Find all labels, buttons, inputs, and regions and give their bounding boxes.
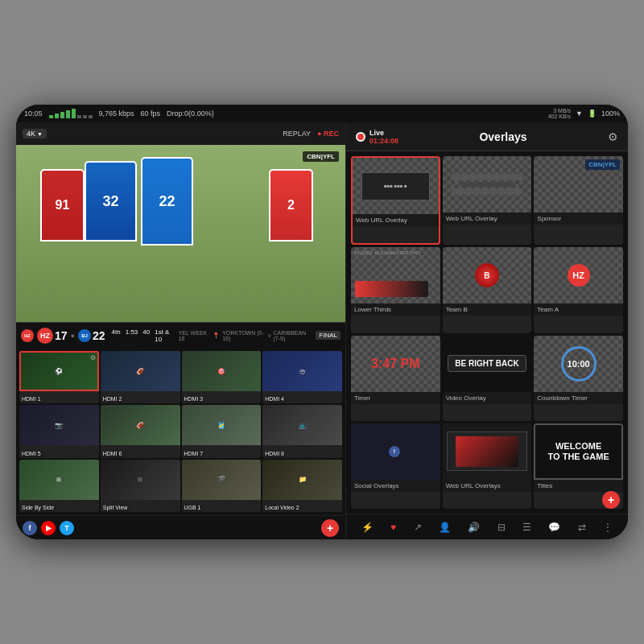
gear-icon[interactable]: ⚙ bbox=[608, 130, 618, 143]
overlay-team-b[interactable]: B Team B bbox=[443, 247, 532, 332]
sbs-label: Side By Side bbox=[22, 505, 54, 510]
hdmi1-thumb: ⚽ ⚙ bbox=[19, 351, 99, 391]
team2-logo: BJ bbox=[78, 329, 91, 342]
overlay-thumb-7: 3:47 PM bbox=[351, 336, 440, 392]
source-hdmi3[interactable]: 🎯 HDMI 3 bbox=[182, 351, 262, 403]
final-badge: FINAL bbox=[316, 331, 341, 340]
video-toolbar: 4K ▼ REPLAY ● REC bbox=[16, 122, 345, 145]
overlay-thumb-6: HZ bbox=[534, 247, 623, 303]
sbs-thumb: ⊞ bbox=[19, 460, 99, 500]
bar3 bbox=[60, 112, 64, 118]
bar2 bbox=[55, 114, 59, 118]
splitview-label: Split View bbox=[103, 505, 128, 510]
drop-label: Drop:0(0.00%) bbox=[167, 109, 214, 118]
lower-thirds-content bbox=[355, 281, 436, 297]
source-split-view[interactable]: ⊟ Split View bbox=[101, 460, 180, 512]
web-url-content: ■■■ ■■■ ■ bbox=[353, 158, 439, 214]
nav-audio[interactable]: 🔊 bbox=[464, 518, 483, 536]
overlays-grid: ■■■ ■■■ ■ Web URL Overlay bbox=[346, 151, 628, 514]
nav-sources[interactable]: ⚡ bbox=[358, 518, 377, 536]
add-overlay-button[interactable]: + bbox=[602, 491, 620, 509]
score-line-2 bbox=[460, 182, 514, 187]
overlay-thumb-5: B bbox=[443, 247, 532, 303]
overlays-header: Live 01:24:08 Overlays ⚙ bbox=[346, 122, 628, 151]
overlay-label-9: Countdown Timer bbox=[534, 392, 623, 404]
overlay-thumb-11 bbox=[443, 423, 532, 480]
source-hdmi5[interactable]: 📷 HDMI 5 bbox=[19, 405, 99, 457]
nav-chat[interactable]: 💬 bbox=[545, 518, 564, 536]
toolbar-right: REPLAY ● REC bbox=[283, 130, 339, 138]
player-32: 32 bbox=[85, 161, 137, 242]
bar1 bbox=[49, 115, 53, 118]
live-indicator: Live 01:24:08 bbox=[356, 129, 398, 145]
countdown-circle: 10:00 bbox=[561, 346, 597, 382]
team-b-logo: B bbox=[475, 263, 499, 287]
hdmi8-thumb: 📺 bbox=[262, 405, 342, 445]
team1-score: HZ bbox=[21, 329, 34, 342]
overlay-sponsor[interactable]: CBN|YFL Sponsor bbox=[534, 156, 623, 245]
hz-badge: HZ bbox=[37, 328, 53, 344]
battery-icon: 🔋 bbox=[588, 109, 597, 118]
bitrate-label: 9,765 kbps bbox=[99, 109, 134, 118]
video-placeholder: 91 32 22 2 CBN|YFL bbox=[16, 145, 345, 322]
cbn-logo: CBN|YFL bbox=[303, 151, 339, 162]
twitter-icon[interactable]: T bbox=[60, 521, 74, 535]
score-line-1 bbox=[452, 174, 523, 180]
live-timer: 01:24:08 bbox=[369, 137, 398, 145]
hdmi5-thumb: 📷 bbox=[19, 405, 99, 445]
overlay-label-5: Team B bbox=[443, 303, 532, 316]
source-hdmi7[interactable]: 🎽 HDMI 7 bbox=[182, 405, 262, 457]
signal-speed: 3 MB/s 402 KB/s bbox=[548, 108, 571, 119]
overlay-team-a[interactable]: HZ Team A bbox=[534, 247, 623, 332]
overlay-web-url-dark[interactable]: Web URL Overlays bbox=[443, 423, 532, 509]
overlay-video[interactable]: BE RIGHT BACK Video Overlay bbox=[443, 336, 532, 421]
overlay-thumb-2 bbox=[443, 156, 532, 213]
source-ugb1[interactable]: 🎬 UGB 1 bbox=[182, 460, 262, 512]
team1-logo: HZ bbox=[21, 329, 34, 342]
overlay-social[interactable]: f Social Overlays bbox=[351, 423, 440, 509]
overlay-label-2: Web URL Overlay bbox=[443, 213, 532, 225]
hdmi6-label: HDMI 6 bbox=[103, 451, 122, 456]
hdmi4-label: HDMI 4 bbox=[265, 396, 284, 402]
nav-more[interactable]: ⋮ bbox=[600, 518, 616, 536]
hdmi3-thumb: 🎯 bbox=[182, 351, 262, 391]
web-url-2-content bbox=[443, 156, 532, 213]
team2-score-container: BJ 22 bbox=[78, 329, 105, 342]
overlay-label-4: Lower Thirds bbox=[351, 303, 440, 316]
rec-button[interactable]: ● REC bbox=[317, 130, 339, 138]
bar6 bbox=[77, 115, 81, 118]
replay-button[interactable]: REPLAY bbox=[283, 130, 311, 138]
hz-team-badge: HZ bbox=[568, 264, 590, 287]
overlay-thumb-4: 54 (281): BUCHMASTER (54") bbox=[351, 247, 440, 303]
source-hdmi8[interactable]: 📺 HDMI 8 bbox=[262, 405, 342, 457]
source-hdmi1[interactable]: ⚽ ⚙ HDMI 1 bbox=[19, 351, 99, 403]
overlay-countdown[interactable]: 10:00 Countdown Timer bbox=[534, 336, 623, 421]
nav-favorites[interactable]: ♥ bbox=[387, 518, 399, 536]
overlay-lower-thirds[interactable]: 54 (281): BUCHMASTER (54") Lower Thirds bbox=[351, 247, 440, 332]
player-91: 91 bbox=[40, 169, 85, 242]
facebook-icon[interactable]: f bbox=[23, 521, 37, 535]
source-hdmi4[interactable]: 🏟 HDMI 4 bbox=[262, 351, 342, 403]
nav-share[interactable]: ↗ bbox=[411, 518, 425, 536]
source-hdmi2[interactable]: 🏈 HDMI 2 bbox=[101, 351, 180, 403]
nav-switch[interactable]: ⇄ bbox=[575, 518, 589, 536]
source-hdmi6[interactable]: 🏈 HDMI 6 bbox=[101, 405, 180, 457]
overlays-title: Overlays bbox=[398, 130, 608, 143]
hdmi8-label: HDMI 8 bbox=[265, 451, 284, 456]
quality-badge[interactable]: 4K ▼ bbox=[23, 129, 47, 138]
nav-guests[interactable]: 👤 bbox=[436, 518, 454, 536]
location-info: YEL WEEK 16 📍 YORKTOWN (0-16) v CARIBBEA… bbox=[179, 330, 341, 341]
overlay-web-url-2[interactable]: Web URL Overlay bbox=[443, 156, 532, 245]
nav-multiview[interactable]: ⊟ bbox=[494, 518, 509, 536]
overlay-web-url-1[interactable]: ■■■ ■■■ ■ Web URL Overlay bbox=[351, 156, 440, 245]
score-separator: ● bbox=[71, 332, 75, 340]
web-dark-preview bbox=[447, 431, 527, 471]
overlay-timer[interactable]: 3:47 PM Timer bbox=[351, 336, 440, 421]
overlay-label-11: Web URL Overlays bbox=[443, 480, 532, 492]
time-label: 10:05 bbox=[24, 109, 43, 118]
nav-menu[interactable]: ☰ bbox=[519, 518, 535, 536]
youtube-icon[interactable]: ▶ bbox=[41, 521, 56, 535]
source-side-by-side[interactable]: ⊞ Side By Side bbox=[19, 460, 99, 512]
source-local-video[interactable]: 📁 Local Video 2 bbox=[262, 460, 342, 512]
add-source-button[interactable]: + bbox=[321, 519, 339, 537]
